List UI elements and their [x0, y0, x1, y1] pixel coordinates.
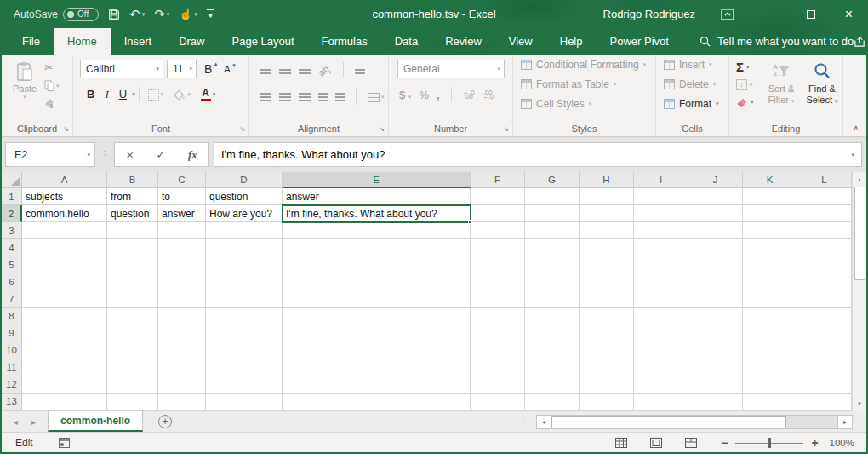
tab-file[interactable]: File [9, 28, 54, 55]
sheet-nav-right-icon[interactable]: ▸ [31, 417, 36, 427]
borders-button[interactable]: ▾ [143, 89, 169, 101]
cell-I2[interactable] [634, 205, 688, 222]
number-format-select[interactable]: General ▾ [397, 60, 505, 78]
row-header-8[interactable]: 8 [2, 308, 22, 325]
cell-F3[interactable] [471, 222, 525, 239]
cell-D7[interactable] [206, 290, 283, 307]
cell-L1[interactable] [797, 188, 852, 205]
tab-page-layout[interactable]: Page Layout [219, 28, 308, 55]
cell-B5[interactable] [107, 256, 158, 273]
find-select-button[interactable]: Find & Select ▾ [802, 60, 842, 106]
wrap-text-icon[interactable] [355, 66, 365, 74]
cell-J4[interactable] [688, 239, 743, 256]
column-header-L[interactable]: L [797, 172, 852, 188]
tab-data[interactable]: Data [381, 28, 431, 55]
cell-I3[interactable] [634, 222, 688, 239]
format-painter-button[interactable] [44, 98, 60, 108]
cell-H9[interactable] [580, 325, 634, 342]
zoom-level[interactable]: 100% [830, 438, 854, 448]
row-header-7[interactable]: 7 [2, 290, 22, 307]
cell-C4[interactable] [158, 239, 206, 256]
cell-L12[interactable] [797, 376, 852, 394]
cell-G8[interactable] [525, 308, 580, 325]
redo-dropdown-icon[interactable]: ▾ [167, 11, 170, 17]
cell-C7[interactable] [158, 290, 206, 307]
vertical-scrollbar[interactable]: ▴ ▾ [852, 172, 866, 411]
cell-B1[interactable]: from [107, 188, 158, 205]
tab-formulas[interactable]: Formulas [308, 28, 381, 55]
ribbon-display-options-button[interactable] [721, 9, 734, 20]
cell-E5[interactable] [283, 256, 471, 273]
cell-A6[interactable] [22, 273, 107, 290]
sheet-nav-left-icon[interactable]: ◂ [14, 417, 18, 427]
cell-H4[interactable] [580, 239, 634, 256]
font-size-select[interactable]: 11 ▾ [167, 60, 197, 78]
cell-J11[interactable] [688, 359, 743, 376]
cell-D11[interactable] [206, 359, 283, 376]
cell-J9[interactable] [688, 325, 743, 342]
cell-L8[interactable] [797, 308, 852, 325]
column-header-A[interactable]: A [22, 172, 107, 188]
cell-C12[interactable] [158, 376, 206, 394]
cell-C9[interactable] [158, 325, 206, 342]
cell-I13[interactable] [634, 394, 688, 411]
cell-C1[interactable]: to [158, 188, 206, 205]
cell-F11[interactable] [471, 359, 525, 376]
column-header-K[interactable]: K [743, 172, 797, 188]
cell-B7[interactable] [107, 290, 158, 307]
insert-cells-button[interactable]: Insert ▾ [656, 55, 728, 74]
cell-E10[interactable] [283, 342, 471, 359]
cell-H1[interactable] [580, 188, 634, 205]
collapse-ribbon-button[interactable]: ∧ [853, 124, 859, 132]
cell-A2[interactable]: common.hello [22, 205, 107, 222]
column-header-I[interactable]: I [634, 172, 688, 188]
tab-home[interactable]: Home [54, 28, 111, 55]
clear-button[interactable]: ▾ [736, 96, 754, 107]
scroll-up-icon[interactable]: ▴ [853, 172, 866, 187]
cell-B13[interactable] [107, 394, 158, 411]
cell-J3[interactable] [688, 222, 743, 239]
share-button[interactable]: Share [854, 28, 868, 55]
cell-A12[interactable] [22, 376, 107, 394]
tab-review[interactable]: Review [431, 28, 495, 55]
cell-L3[interactable] [797, 222, 852, 239]
accounting-format-button[interactable]: $ ▾ [399, 89, 411, 101]
cell-D2[interactable]: How are you? [206, 205, 283, 222]
view-normal-button[interactable] [615, 438, 627, 448]
column-header-E[interactable]: E [283, 172, 471, 188]
cell-D4[interactable] [206, 239, 283, 256]
cell-A4[interactable] [22, 239, 107, 256]
cell-H6[interactable] [580, 273, 634, 290]
column-header-F[interactable]: F [471, 172, 525, 188]
row-header-9[interactable]: 9 [2, 325, 22, 342]
maximize-button[interactable] [791, 0, 830, 28]
customize-qat-button[interactable]: ▾ [207, 9, 214, 20]
save-button[interactable] [108, 9, 120, 20]
redo-button[interactable]: ↷ ▾ [154, 8, 169, 20]
cell-A1[interactable]: subjects [22, 188, 107, 205]
insert-function-button[interactable]: fx [188, 148, 197, 162]
cell-L6[interactable] [797, 273, 852, 290]
tab-view[interactable]: View [495, 28, 546, 55]
cell-J6[interactable] [688, 273, 743, 290]
underline-button[interactable]: U [114, 88, 132, 101]
cell-D5[interactable] [206, 256, 283, 273]
select-all-button[interactable] [2, 172, 22, 188]
scroll-down-icon[interactable]: ▾ [853, 396, 866, 411]
cell-F1[interactable] [471, 188, 525, 205]
cell-F7[interactable] [471, 290, 525, 307]
cell-L4[interactable] [797, 239, 852, 256]
cell-F5[interactable] [471, 256, 525, 273]
cell-G1[interactable] [525, 188, 580, 205]
decrease-decimal-button[interactable]: .00 →.0 [482, 90, 494, 99]
tab-power-pivot[interactable]: Power Pivot [597, 28, 682, 55]
autosave-toggle[interactable]: AutoSave Off [14, 8, 99, 21]
conditional-formatting-button[interactable]: Conditional Formatting ▾ [513, 55, 655, 74]
increase-indent-icon[interactable] [335, 93, 345, 101]
row-header-4[interactable]: 4 [2, 239, 22, 256]
align-center-icon[interactable] [279, 93, 291, 101]
cell-L11[interactable] [797, 359, 852, 376]
column-header-D[interactable]: D [206, 172, 283, 188]
tab-insert[interactable]: Insert [111, 28, 166, 55]
cell-C5[interactable] [158, 256, 206, 273]
